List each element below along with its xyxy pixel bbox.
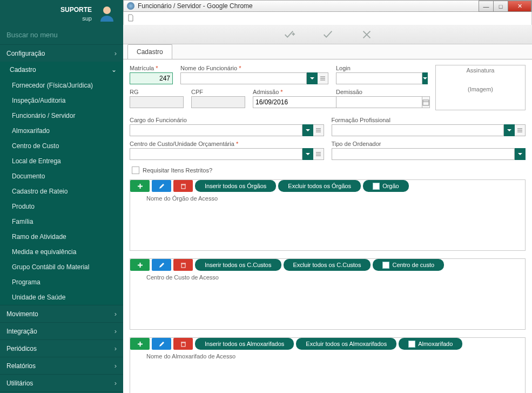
demissao-input[interactable] [336,96,422,108]
formacao-input[interactable] [332,124,504,136]
menu-periodicos[interactable]: Periódicos› [0,339,123,357]
nome-dropdown[interactable] [307,72,318,84]
maximize-button[interactable]: □ [493,1,508,12]
menu-utilitarios[interactable]: Utilitários› [0,374,123,391]
menu-integracao[interactable]: Integração› [0,322,123,339]
login-dropdown[interactable] [422,72,428,84]
orgao-delete-all[interactable]: Excluir todos os Órgãos [278,180,361,192]
ccusto-add-button[interactable] [130,259,150,271]
sidebar-item[interactable]: Cadastro de Rateio [0,184,123,199]
user-role: SUPORTE [60,6,92,14]
sidebar-item[interactable]: Medida e equivalência [0,244,123,259]
orgao-tag[interactable]: Orgão [363,180,409,192]
sidebar-item[interactable]: Ramo de Atividade [0,229,123,244]
tab-cadastro[interactable]: Cadastro [127,44,172,59]
toolbar [123,25,532,44]
section-orgao: Inserir todos os Órgãos Excluir todos os… [130,179,526,251]
login-input[interactable] [336,72,422,84]
sidebar-item[interactable]: Unidade de Saúde [0,290,123,305]
chevron-right-icon: › [115,344,117,352]
cargo-input[interactable] [130,124,302,136]
sidebar-item[interactable]: Família [0,214,123,229]
window-title: Funcionário / Servidor - Google Chrome [138,2,253,10]
almox-body [130,359,525,393]
sidebar-item[interactable]: Local de Entrega [0,154,123,169]
almox-tag[interactable]: Almoxarifado [399,338,462,350]
sidebar-item[interactable]: Fornecedor (Física/Jurídica) [0,78,123,93]
demissao-label: Demissão [336,89,428,95]
sidebar-item[interactable]: Produto [0,199,123,214]
chevron-right-icon: › [115,310,117,318]
almox-edit-button[interactable] [152,338,171,350]
admissao-input[interactable] [253,96,339,108]
ccusto-edit-button[interactable] [152,259,171,271]
assinatura-box[interactable]: Assinatura (Imagem) [435,65,526,110]
ccusto-delete-button[interactable] [173,259,193,271]
orgao-body [130,202,525,250]
ccusto-sub: Centro de Custo de Acesso [130,271,525,281]
orgao-add-button[interactable] [130,180,150,192]
nome-input[interactable] [180,72,307,84]
menu-relatorios[interactable]: Relatórios› [0,357,123,374]
formacao-label: Formação Profissional [332,117,526,123]
centro-list-icon[interactable] [313,148,324,160]
chevron-right-icon: › [115,49,117,57]
menu-movimento[interactable]: Movimento› [0,305,123,322]
matricula-label: Matrícula * [130,65,173,71]
orgao-edit-button[interactable] [152,180,171,192]
cpf-input[interactable] [191,96,245,108]
centro-label: Centro de Custo/Unidade Orçamentária * [130,141,324,147]
sidebar-item[interactable]: Funcionário / Servidor [0,108,123,123]
sidebar-item[interactable]: Centro de Custo [0,138,123,154]
almox-add-button[interactable] [130,338,150,350]
centro-input[interactable] [130,148,302,160]
almox-delete-button[interactable] [173,338,193,350]
almox-sub: Nome do Almoxarifado de Acesso [130,350,525,359]
sidebar-item[interactable]: Documento [0,169,123,184]
sidebar-item[interactable]: Programa [0,275,123,290]
cargo-dropdown[interactable] [302,124,313,136]
rg-label: RG [130,89,184,95]
svg-rect-23 [181,185,185,189]
menu-search[interactable]: Buscar no menu [0,25,123,44]
orgao-delete-button[interactable] [173,180,193,192]
ccusto-insert-all[interactable]: Inserir todos os C.Custos [195,259,281,271]
requisitar-checkbox[interactable] [132,166,139,174]
image-icon [382,262,389,269]
rg-input[interactable] [130,96,184,108]
ccusto-tag[interactable]: Centro de custo [373,259,444,271]
chevron-right-icon: › [115,327,117,335]
tipo-ord-label: Tipo de Ordenador [332,141,526,147]
cpf-label: CPF [191,89,245,95]
cancel-button[interactable] [361,29,373,41]
sidebar-item[interactable]: Almoxarifado [0,123,123,138]
minimize-button[interactable]: — [479,1,494,12]
save-button[interactable] [322,29,334,41]
sidebar-item[interactable]: Grupo Contábil do Material [0,259,123,275]
menu-configuracao[interactable]: Configuração › [0,44,123,62]
nome-label: Nome do Funcionário * [180,65,328,71]
centro-dropdown[interactable] [302,148,313,160]
formacao-dropdown[interactable] [504,124,515,136]
menu-cadastro[interactable]: Cadastro ⌄ [0,62,123,78]
svg-rect-10 [423,100,429,105]
almox-insert-all[interactable]: Inserir todos os Almoxarifados [195,338,294,350]
close-button[interactable]: ✕ [508,1,531,12]
sidebar-item[interactable]: Inspeção/Auditoria [0,93,123,108]
matricula-input[interactable] [130,72,173,84]
save-new-button[interactable] [283,29,295,41]
almox-delete-all[interactable]: Excluir todos os Almoxarifados [296,338,396,350]
requisitar-label: Requisitar Itens Restritos? [143,167,212,174]
user-name: sup [60,15,92,22]
formacao-list-icon[interactable] [515,124,526,136]
cargo-list-icon[interactable] [313,124,324,136]
chevron-down-icon: ⌄ [111,66,117,74]
admissao-label: Admissão * [253,89,328,95]
ccusto-delete-all[interactable]: Excluir todos os C.Custos [284,259,371,271]
demissao-calendar-icon[interactable] [422,96,430,108]
orgao-insert-all[interactable]: Inserir todos os Órgãos [195,180,276,192]
tipo-ord-dropdown[interactable] [515,148,526,160]
tipo-ord-input[interactable] [332,148,515,160]
nome-list-icon[interactable] [318,72,328,84]
svg-rect-31 [181,343,185,347]
